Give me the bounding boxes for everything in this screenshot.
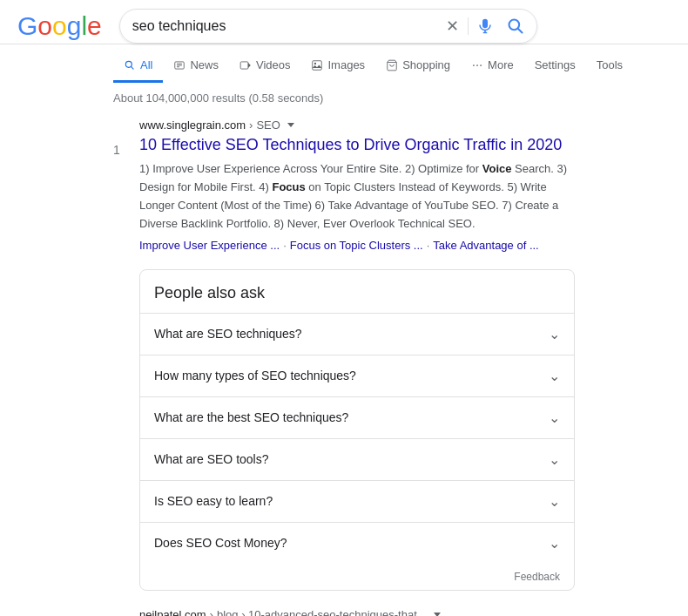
nav-right: Settings Tools <box>524 48 633 83</box>
image-small-icon <box>311 59 323 71</box>
result-path-2: blog › 10-advanced-seo-techniques-that..… <box>217 608 427 616</box>
logo-letter-g2: g <box>67 11 82 41</box>
svg-line-3 <box>131 66 133 69</box>
paa-chevron-3: ⌄ <box>549 410 560 426</box>
nav-more-label: More <box>488 58 514 71</box>
search-result-2: 2 neilpatel.com › blog › 10-advanced-seo… <box>113 608 575 616</box>
paa-chevron-4: ⌄ <box>549 451 560 468</box>
nav-item-all[interactable]: All <box>113 48 163 83</box>
result-breadcrumb-1: › <box>249 118 253 132</box>
more-small-icon <box>471 59 483 71</box>
search-input[interactable] <box>132 18 446 34</box>
paa-question-5: Is SEO easy to learn? <box>154 494 273 508</box>
settings-label: Settings <box>535 58 576 71</box>
paa-question-2: How many types of SEO techniques? <box>154 369 356 382</box>
result-path-1: SEO <box>256 118 280 132</box>
logo-letter-g: G <box>17 11 37 41</box>
nav-item-more[interactable]: More <box>461 48 524 83</box>
result-count: About 104,000,000 results (0.58 seconds) <box>113 91 575 105</box>
paa-feedback[interactable]: Feedback <box>140 564 574 590</box>
svg-marker-12 <box>313 64 322 68</box>
paa-item-1[interactable]: What are SEO techniques? ⌄ <box>140 313 574 355</box>
tools-label: Tools <box>597 58 623 71</box>
nav-shopping-label: Shopping <box>402 58 450 71</box>
google-logo: G o o g l e <box>17 11 102 41</box>
svg-point-15 <box>476 64 478 66</box>
svg-point-11 <box>314 62 316 64</box>
paa-question-4: What are SEO tools? <box>154 452 269 466</box>
result-link-1-1[interactable]: Improve User Experience ... <box>139 239 280 252</box>
url-dropdown-arrow-1[interactable] <box>287 123 294 127</box>
result-domain-1: www.singlegrain.com <box>139 118 246 132</box>
nav-news-label: News <box>190 58 219 71</box>
paa-chevron-6: ⌄ <box>549 535 560 552</box>
paa-chevron-1: ⌄ <box>549 326 560 342</box>
search-button[interactable] <box>507 17 524 35</box>
svg-point-16 <box>480 64 482 66</box>
clear-icon[interactable]: ✕ <box>446 17 459 36</box>
svg-rect-10 <box>313 60 322 70</box>
paa-item-3[interactable]: What are the best SEO techniques? ⌄ <box>140 396 574 438</box>
paa-question-6: Does SEO Cost Money? <box>154 536 287 550</box>
nav-settings[interactable]: Settings <box>524 48 586 83</box>
nav-images-label: Images <box>327 58 365 71</box>
logo-letter-e: e <box>87 11 102 41</box>
nav-all-label: All <box>140 58 152 71</box>
result-number-1: 1 <box>113 118 127 252</box>
nav-videos-label: Videos <box>256 58 291 71</box>
microphone-icon[interactable] <box>477 18 493 34</box>
nav-item-shopping[interactable]: Shopping <box>375 48 461 83</box>
result-domain-2: neilpatel.com <box>139 608 206 616</box>
paa-item-2[interactable]: How many types of SEO techniques? ⌄ <box>140 355 574 396</box>
svg-rect-8 <box>240 61 248 68</box>
video-small-icon <box>239 59 252 71</box>
logo-letter-l: l <box>81 11 87 41</box>
shopping-small-icon <box>386 59 398 71</box>
news-small-icon <box>173 59 185 71</box>
link-sep-2: · <box>427 239 430 252</box>
link-sep-1: · <box>283 239 287 252</box>
nav-item-videos[interactable]: Videos <box>229 48 301 83</box>
search-icons: ✕ <box>446 17 524 36</box>
paa-item-5[interactable]: Is SEO easy to learn? ⌄ <box>140 480 574 522</box>
result-link-1-2[interactable]: Focus on Topic Clusters ... <box>290 239 423 252</box>
nav-item-news[interactable]: News <box>163 48 229 83</box>
svg-line-1 <box>518 29 523 33</box>
url-dropdown-arrow-2[interactable] <box>434 613 441 616</box>
search-small-icon <box>124 59 136 71</box>
vertical-divider <box>468 17 469 35</box>
paa-chevron-5: ⌄ <box>549 493 560 510</box>
result-title-1[interactable]: 10 Effective SEO Techniques to Drive Org… <box>139 135 575 155</box>
search-bar: ✕ <box>119 9 537 44</box>
result-breadcrumb-2: › <box>210 608 213 616</box>
paa-title: People also ask <box>140 270 574 313</box>
result-url-1: www.singlegrain.com › SEO <box>139 118 575 132</box>
result-url-2: neilpatel.com › blog › 10-advanced-seo-t… <box>139 608 575 616</box>
svg-point-14 <box>473 64 475 66</box>
paa-item-4[interactable]: What are SEO tools? ⌄ <box>140 438 574 480</box>
people-also-ask-box: People also ask What are SEO techniques?… <box>139 269 575 591</box>
header: G o o g l e ✕ <box>0 0 688 44</box>
svg-marker-9 <box>248 63 251 68</box>
paa-question-3: What are the best SEO techniques? <box>154 410 348 424</box>
logo-letter-o2: o <box>52 11 67 41</box>
result-number-2: 2 <box>113 608 127 616</box>
result-link-1-3[interactable]: Take Advantage of ... <box>433 239 538 252</box>
paa-chevron-2: ⌄ <box>549 368 560 384</box>
nav-item-images[interactable]: Images <box>300 48 375 83</box>
logo-letter-o1: o <box>37 11 52 41</box>
paa-item-6[interactable]: Does SEO Cost Money? ⌄ <box>140 522 574 564</box>
result-links-1: Improve User Experience ... · Focus on T… <box>139 239 575 252</box>
result-content-2: neilpatel.com › blog › 10-advanced-seo-t… <box>139 608 575 616</box>
search-result-1: 1 www.singlegrain.com › SEO 10 Effective… <box>113 118 575 252</box>
content-area: About 104,000,000 results (0.58 seconds)… <box>0 83 688 616</box>
paa-question-1: What are SEO techniques? <box>154 327 302 341</box>
result-desc-1: 1) Improve User Experience Across Your E… <box>139 160 575 233</box>
nav-tools[interactable]: Tools <box>586 48 633 83</box>
nav-bar: All News Videos Images Shopping <box>0 48 688 83</box>
result-content-1: www.singlegrain.com › SEO 10 Effective S… <box>139 118 575 252</box>
